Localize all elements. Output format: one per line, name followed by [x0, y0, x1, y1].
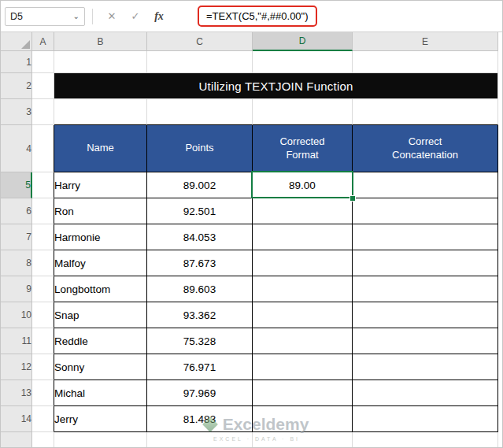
name-box-dropdown-icon[interactable]: ⌄	[73, 13, 80, 20]
row-header-4[interactable]: 4	[1, 125, 32, 172]
name-cell[interactable]: Jerry	[54, 406, 147, 432]
row-header-8[interactable]: 8	[1, 250, 32, 276]
cell[interactable]	[353, 99, 498, 125]
select-all-corner[interactable]	[1, 32, 32, 51]
points-cell[interactable]: 97.969	[147, 380, 253, 406]
cell[interactable]	[353, 432, 498, 447]
concat-cell[interactable]	[353, 276, 498, 302]
points-cell[interactable]: 93.362	[147, 302, 253, 328]
corrected-cell[interactable]	[253, 328, 353, 354]
cell[interactable]	[32, 250, 54, 276]
cell[interactable]	[147, 432, 253, 447]
points-cell[interactable]: 92.501	[147, 198, 253, 224]
cell[interactable]	[32, 51, 54, 73]
col-header-C[interactable]: C	[147, 32, 253, 51]
cell[interactable]	[253, 99, 353, 125]
corrected-cell[interactable]	[253, 406, 353, 432]
table-header-correct-concatenation[interactable]: Correct Concatenation	[353, 125, 498, 172]
points-cell[interactable]: 76.971	[147, 354, 253, 380]
cell[interactable]	[147, 51, 253, 73]
col-header-A[interactable]: A	[32, 32, 54, 51]
row-header-12[interactable]: 12	[1, 354, 32, 380]
name-cell[interactable]: Sonny	[54, 354, 147, 380]
cell[interactable]	[253, 432, 353, 447]
cell[interactable]	[32, 406, 54, 432]
cell[interactable]	[32, 172, 54, 198]
cell[interactable]	[147, 99, 253, 125]
cell[interactable]	[32, 328, 54, 354]
cancel-icon[interactable]: ✕	[100, 11, 124, 21]
row-header-9[interactable]: 9	[1, 276, 32, 302]
cell[interactable]	[32, 302, 54, 328]
cell[interactable]	[32, 276, 54, 302]
row-header-11[interactable]: 11	[1, 328, 32, 354]
cell[interactable]	[32, 432, 54, 447]
col-header-E[interactable]: E	[353, 32, 498, 51]
cell[interactable]	[253, 51, 353, 73]
table-header-name[interactable]: Name	[54, 125, 147, 172]
row-header-2[interactable]: 2	[1, 73, 32, 99]
corrected-cell[interactable]	[253, 224, 353, 250]
fill-handle[interactable]	[350, 195, 356, 202]
corrected-cell[interactable]	[253, 302, 353, 328]
active-cell[interactable]: 89.00	[253, 172, 353, 198]
concat-cell[interactable]	[353, 198, 498, 224]
name-cell[interactable]: Reddle	[54, 328, 147, 354]
points-cell[interactable]: 87.673	[147, 250, 253, 276]
corrected-cell[interactable]	[253, 276, 353, 302]
name-cell[interactable]: Harry	[54, 172, 147, 198]
cell[interactable]	[32, 99, 54, 125]
col-header-B[interactable]: B	[54, 32, 147, 51]
row-header-6[interactable]: 6	[1, 198, 32, 224]
points-cell[interactable]: 89.002	[147, 172, 253, 198]
name-cell[interactable]: Michal	[54, 380, 147, 406]
cell[interactable]	[353, 51, 498, 73]
concat-cell[interactable]	[353, 380, 498, 406]
row-header-10[interactable]: 10	[1, 302, 32, 328]
points-cell[interactable]: 89.603	[147, 276, 253, 302]
name-cell[interactable]: Ron	[54, 198, 147, 224]
points-cell[interactable]: 84.053	[147, 224, 253, 250]
title-banner-cell[interactable]: Utilizing TEXTJOIN Function	[54, 73, 498, 99]
corrected-cell[interactable]	[253, 250, 353, 276]
concat-cell[interactable]	[353, 328, 498, 354]
cell[interactable]	[32, 354, 54, 380]
name-cell[interactable]: Longbottom	[54, 276, 147, 302]
cell[interactable]	[54, 51, 147, 73]
cell[interactable]	[54, 432, 147, 447]
enter-icon[interactable]: ✓	[124, 11, 147, 21]
name-cell[interactable]: Snap	[54, 302, 147, 328]
cell[interactable]	[54, 99, 147, 125]
row-header-14[interactable]: 14	[1, 406, 32, 432]
cell[interactable]	[32, 224, 54, 250]
name-box[interactable]: D5 ⌄	[5, 7, 85, 26]
cell[interactable]	[32, 380, 54, 406]
concat-cell[interactable]	[353, 250, 498, 276]
row-header-3[interactable]: 3	[1, 99, 32, 125]
name-cell[interactable]: Malfoy	[54, 250, 147, 276]
row-header-partial[interactable]	[1, 432, 32, 447]
concat-cell[interactable]	[353, 302, 498, 328]
row-header-1[interactable]: 1	[1, 51, 32, 73]
name-cell[interactable]: Harmonie	[54, 224, 147, 250]
points-cell[interactable]: 81.483	[147, 406, 253, 432]
concat-cell[interactable]	[353, 172, 498, 198]
corrected-cell[interactable]	[253, 354, 353, 380]
table-header-corrected-format[interactable]: Corrected Format	[253, 125, 353, 172]
formula-input[interactable]: =TEXT(C5,"#,##0.00")	[206, 10, 309, 22]
row-header-7[interactable]: 7	[1, 224, 32, 250]
corrected-cell[interactable]	[253, 198, 353, 224]
points-cell[interactable]: 75.328	[147, 328, 253, 354]
cell[interactable]	[32, 125, 54, 172]
insert-function-icon[interactable]: fx	[147, 11, 171, 22]
col-header-D[interactable]: D	[253, 32, 353, 51]
concat-cell[interactable]	[353, 406, 498, 432]
row-header-5[interactable]: 5	[1, 172, 32, 198]
corrected-cell[interactable]	[253, 380, 353, 406]
cell[interactable]	[32, 73, 54, 99]
table-header-points[interactable]: Points	[147, 125, 253, 172]
cell[interactable]	[32, 198, 54, 224]
concat-cell[interactable]	[353, 354, 498, 380]
concat-cell[interactable]	[353, 224, 498, 250]
row-header-13[interactable]: 13	[1, 380, 32, 406]
